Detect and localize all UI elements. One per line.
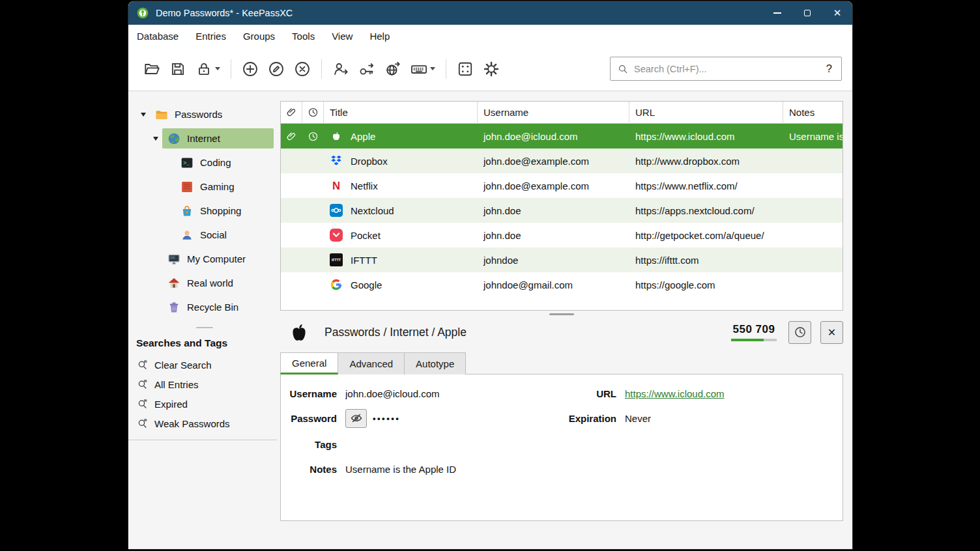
tab-autotype[interactable]: Autotype — [405, 352, 466, 374]
table-row-pocket[interactable]: Pocket john.doe http://getpocket.com/a/q… — [281, 223, 843, 247]
breadcrumb: Passwords / Internet / Apple — [324, 326, 467, 339]
menu-entries[interactable]: Entries — [187, 25, 235, 47]
chevron-down-icon — [215, 67, 220, 70]
sidebar-item-all-entries[interactable]: All Entries — [128, 374, 277, 394]
panel-splitter[interactable] — [280, 311, 843, 317]
sidebar-item-weak-passwords[interactable]: Weak Passwords — [128, 414, 277, 433]
entry-username: john.doe — [478, 205, 629, 216]
totp-progress-fill — [731, 339, 764, 341]
edit-entry-button[interactable] — [263, 55, 289, 83]
globe-arrow-icon — [384, 61, 401, 78]
close-preview-button[interactable]: ✕ — [820, 321, 843, 344]
notes-value: Username is the Apple ID — [345, 464, 456, 475]
main-column: Title Username URL Notes Apple john.doe@… — [280, 91, 852, 549]
entry-url: https://www.icloud.com — [629, 131, 783, 142]
table-row-ifttt[interactable]: IFTTT IFTTT johndoe https://ifttt.com — [281, 247, 843, 272]
sidebar-item-expired[interactable]: Expired — [128, 394, 277, 414]
svg-text:IFTTT: IFTTT — [332, 258, 341, 262]
autotype-button[interactable] — [406, 55, 440, 83]
toolbar-separator — [446, 59, 446, 79]
expiry-column-header[interactable] — [302, 102, 324, 124]
help-button[interactable]: ? — [824, 63, 835, 75]
delete-entry-button[interactable] — [289, 55, 315, 83]
group-label: Passwords — [175, 109, 222, 120]
add-entry-button[interactable] — [237, 55, 263, 83]
entry-url: https://www.netflix.com/ — [629, 180, 783, 191]
title-column-header[interactable]: Title — [324, 102, 478, 124]
sidebar-item-recycle-bin[interactable]: Recycle Bin — [128, 295, 280, 319]
notes-column-header[interactable]: Notes — [783, 102, 843, 124]
open-url-button[interactable] — [380, 55, 406, 83]
entry-title: Nextcloud — [351, 205, 394, 216]
tab-general[interactable]: General — [280, 352, 338, 374]
sidebar-item-gaming[interactable]: Gaming — [128, 175, 280, 199]
toolbar: ? — [128, 47, 852, 91]
attachment-column-header[interactable] — [281, 102, 302, 124]
totp-button[interactable] — [788, 321, 811, 344]
clock-icon — [794, 326, 807, 339]
shopping-bag-icon — [180, 205, 194, 218]
collapse-arrow-icon[interactable] — [149, 137, 162, 141]
paperclip-icon — [286, 107, 297, 118]
sidebar-item-real-world[interactable]: Real world — [128, 271, 280, 295]
sidebar-item-passwords[interactable]: Passwords — [128, 102, 280, 126]
searches-and-tags-heading: Searches and Tags — [128, 336, 280, 355]
entry-title: IFTTT — [351, 255, 377, 266]
entry-username: john.doe@icloud.com — [478, 131, 629, 142]
sidebar-item-clear-search[interactable]: Clear Search — [128, 355, 277, 374]
apple-icon — [288, 319, 310, 345]
svg-text:N: N — [332, 180, 340, 192]
group-label: Shopping — [200, 205, 241, 216]
table-row-nextcloud[interactable]: Nextcloud john.doe https://apps.nextclou… — [281, 198, 843, 223]
table-row-apple[interactable]: Apple john.doe@icloud.com https://www.ic… — [281, 124, 843, 148]
group-label: Coding — [200, 157, 231, 168]
sidebar-item-shopping[interactable]: Shopping — [128, 199, 280, 223]
table-row-google[interactable]: Google johndoe@gmail.com https://google.… — [281, 272, 843, 297]
entry-notes: Username is the Apple ID — [783, 131, 843, 142]
table-body: Apple john.doe@icloud.com https://www.ic… — [281, 124, 843, 310]
splitter-handle-icon — [196, 327, 213, 328]
search-item-label: Clear Search — [154, 360, 212, 371]
maximize-button[interactable] — [792, 1, 822, 25]
settings-button[interactable] — [478, 55, 504, 83]
copy-username-button[interactable] — [328, 55, 354, 83]
sidebar-item-internet[interactable]: Internet — [128, 126, 280, 150]
notes-label: Notes — [281, 464, 337, 475]
search-item-label: All Entries — [154, 379, 199, 390]
sidebar-splitter[interactable] — [128, 319, 280, 336]
save-database-button[interactable] — [165, 55, 191, 83]
sidebar-item-my-computer[interactable]: My Computer — [128, 247, 280, 271]
menu-help[interactable]: Help — [361, 25, 398, 47]
search-input[interactable] — [634, 64, 818, 74]
menu-tools[interactable]: Tools — [283, 25, 323, 47]
pocket-icon — [330, 229, 343, 242]
chevron-down-icon — [430, 67, 435, 70]
sidebar-item-social[interactable]: Social — [128, 223, 280, 247]
menu-groups[interactable]: Groups — [235, 25, 283, 47]
url-link[interactable]: https://www.icloud.com — [625, 388, 725, 399]
reveal-password-button[interactable] — [345, 409, 367, 428]
toolbar-separator — [231, 59, 231, 79]
tab-advanced[interactable]: Advanced — [338, 352, 405, 374]
table-row-dropbox[interactable]: Dropbox john.doe@example.com http://www.… — [281, 148, 843, 173]
password-generator-button[interactable] — [452, 55, 478, 83]
lock-icon — [195, 61, 212, 78]
search-tag-icon — [137, 417, 149, 429]
username-value: john.doe@icloud.com — [345, 388, 439, 399]
url-label: URL — [555, 388, 616, 399]
folder-icon — [155, 108, 168, 121]
collapse-arrow-icon[interactable] — [137, 113, 150, 117]
sidebar-item-coding[interactable]: >_ Coding — [128, 150, 280, 175]
copy-password-button[interactable] — [354, 55, 380, 83]
menu-database[interactable]: Database — [128, 25, 187, 47]
open-database-button[interactable] — [139, 55, 165, 83]
url-column-header[interactable]: URL — [629, 102, 783, 124]
keyboard-icon — [411, 61, 427, 78]
close-button[interactable]: ✕ — [822, 1, 852, 25]
username-column-header[interactable]: Username — [478, 102, 629, 124]
lock-database-button[interactable] — [191, 55, 225, 83]
table-row-netflix[interactable]: N Netflix john.doe@example.com https://w… — [281, 173, 843, 198]
minimize-button[interactable] — [762, 1, 792, 25]
menu-view[interactable]: View — [323, 25, 361, 47]
paperclip-icon — [286, 131, 297, 142]
